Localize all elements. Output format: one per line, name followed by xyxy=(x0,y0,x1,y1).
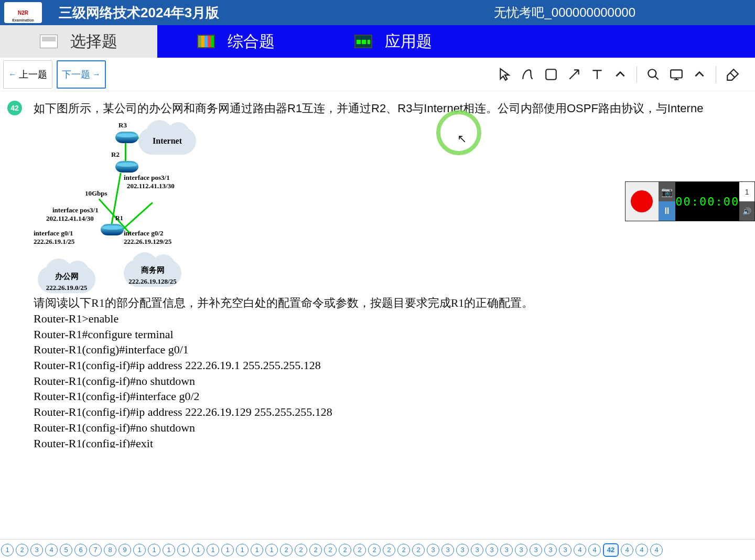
label-biz: 商务网 xyxy=(124,265,181,275)
svg-rect-0 xyxy=(546,69,556,80)
user-id: 无忧考吧_000000000000 xyxy=(494,4,635,21)
comprehensive-icon xyxy=(197,35,215,48)
prev-question-button[interactable]: ←上一题 xyxy=(3,60,52,89)
eraser-icon[interactable] xyxy=(726,68,739,81)
label-ip-g02: 222.26.19.129/25 xyxy=(124,238,171,246)
config-block: Router-R1>enableRouter-R1#configure term… xyxy=(34,311,751,448)
label-r1: R1 xyxy=(115,214,123,222)
exam-title: 三级网络技术2024年3月版 xyxy=(59,4,219,22)
question-prompt: 请阅读以下R1的部分配置信息，并补充空白处的配置命令或参数，按题目要求完成R1的… xyxy=(34,295,751,311)
router-r1 xyxy=(101,224,124,235)
label-if-g02: interface g0/2 xyxy=(124,229,163,238)
logo-subtext: Examination xyxy=(12,18,34,22)
config-line: Router-R1(config-if)#no shutdown xyxy=(34,373,751,389)
network-diagram: R3 R2 R1 Internet 办公网222.26.19.0/25 商务网2… xyxy=(34,119,212,292)
label-if-pos31-r1: interface pos3/1 xyxy=(52,206,99,214)
pointer-icon[interactable] xyxy=(498,68,512,81)
config-line: Router-R1(config-if)#no shutdown xyxy=(34,420,751,436)
label-office-ip: 222.26.19.0/25 xyxy=(32,284,101,292)
svg-point-1 xyxy=(648,69,656,77)
config-line: Router-R1(config-if)#exit xyxy=(34,436,751,448)
app-header: N2R Examination 三级网络技术2024年3月版 无忧考吧_0000… xyxy=(0,0,755,25)
section-tabs: 选择题 综合题 应用题 xyxy=(0,25,755,58)
label-office: 办公网 xyxy=(38,271,95,281)
annotation-toolbar xyxy=(486,59,752,90)
router-r2 xyxy=(115,161,138,173)
logo-text: N2R xyxy=(18,10,28,16)
router-r3 xyxy=(115,132,138,143)
config-line: Router-R1(config-if)#interface g0/2 xyxy=(34,389,751,404)
next-question-button[interactable]: 下一题→ xyxy=(57,60,106,89)
screen-recorder-widget[interactable]: 📷 ⏸ 00:00:00 1 🔊 xyxy=(625,181,755,221)
tab-choice[interactable]: 选择题 xyxy=(0,25,157,58)
app-logo: N2R Examination xyxy=(4,2,42,23)
label-ip-pos31-r1: 202.112.41.14/30 xyxy=(46,214,94,223)
cloud-office: 办公网222.26.19.0/25 xyxy=(38,266,95,293)
config-line: Router-R1(config-if)#ip address 222.26.1… xyxy=(34,358,751,373)
arrow-left-icon: ← xyxy=(8,70,17,79)
screen-icon[interactable] xyxy=(670,68,683,81)
toolbar-separator xyxy=(716,66,716,83)
arrow-icon[interactable] xyxy=(567,68,581,81)
label-if-pos31-r2: interface pos3/1 xyxy=(124,174,170,182)
config-line: Router-R1>enable xyxy=(34,311,751,327)
label-speed: 10Gbps xyxy=(85,189,107,198)
label-biz-ip: 222.26.19.128/25 xyxy=(118,277,187,286)
tab-application[interactable]: 应用题 xyxy=(315,25,472,58)
application-icon xyxy=(354,35,372,48)
record-dot-icon xyxy=(631,190,653,212)
recorder-controls: 📷 ⏸ xyxy=(659,182,675,221)
question-number-badge: 42 xyxy=(7,101,22,115)
cloud-internet: Internet xyxy=(138,127,196,155)
question-intro: 如下图所示，某公司的办公网和商务网通过路由器R1互连，并通过R2、R3与Inte… xyxy=(34,100,751,117)
cloud-biz: 商务网222.26.19.128/25 xyxy=(124,260,181,287)
next-label: 下一题 xyxy=(62,68,90,81)
text-icon[interactable] xyxy=(590,68,604,81)
speaker-button[interactable]: 🔊 xyxy=(739,201,754,221)
config-line: Router-R1(config-if)#ip address 222.26.1… xyxy=(34,404,751,420)
arrow-right-icon: → xyxy=(92,70,101,79)
toolbar-separator xyxy=(637,66,637,83)
choice-icon xyxy=(40,35,58,48)
label-internet: Internet xyxy=(138,136,196,146)
nav-toolbar-row: ←上一题 下一题→ xyxy=(0,58,755,91)
label-if-g01: interface g0/1 xyxy=(34,229,73,238)
cursor-icon: ↖ xyxy=(457,132,467,146)
question-content: 42 如下图所示，某公司的办公网和商务网通过路由器R1互连，并通过R2、R3与I… xyxy=(0,91,755,448)
config-line: Router-R1(config)#interface g0/1 xyxy=(34,342,751,358)
label-ip-pos31-r2: 202.112.41.13/30 xyxy=(127,182,175,190)
recorder-indicator: 1 xyxy=(739,182,754,201)
config-line: Router-R1#configure terminal xyxy=(34,327,751,342)
tab-label: 应用题 xyxy=(385,31,432,52)
camera-button[interactable]: 📷 xyxy=(659,182,675,201)
label-r2: R2 xyxy=(111,150,120,159)
recorder-timer: 00:00:00 xyxy=(675,182,739,221)
search-icon[interactable] xyxy=(646,68,660,81)
pause-button[interactable]: ⏸ xyxy=(659,201,675,221)
tab-label: 综合题 xyxy=(228,31,275,52)
recorder-side: 1 🔊 xyxy=(739,182,754,221)
chevron-up-icon[interactable] xyxy=(693,68,706,81)
label-ip-g01: 222.26.19.1/25 xyxy=(34,238,74,246)
label-r3: R3 xyxy=(118,121,127,130)
tab-label: 选择题 xyxy=(70,31,117,52)
record-button[interactable] xyxy=(625,182,659,221)
svg-rect-2 xyxy=(671,70,682,78)
prev-label: 上一题 xyxy=(19,68,47,81)
rectangle-icon[interactable] xyxy=(544,68,558,81)
pen-icon[interactable] xyxy=(521,68,535,81)
collapse-icon[interactable] xyxy=(613,68,627,81)
tab-comprehensive[interactable]: 综合题 xyxy=(157,25,315,58)
